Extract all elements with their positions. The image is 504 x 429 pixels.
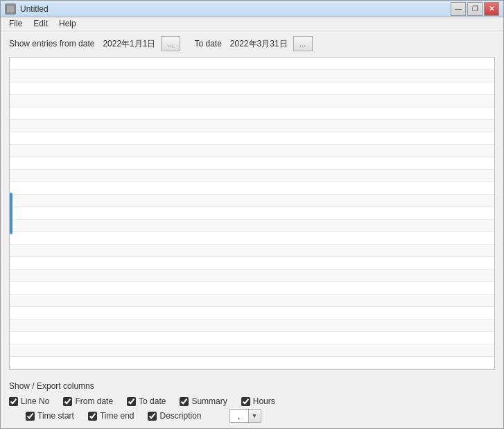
browse-to-date-button[interactable]: ... — [293, 36, 313, 51]
checkbox-hours-input[interactable] — [241, 397, 250, 406]
checkbox-line-no-label: Line No — [21, 396, 49, 406]
table-row — [10, 270, 494, 282]
checkbox-summary[interactable]: Summary — [180, 396, 227, 406]
checkbox-time-end-input[interactable] — [88, 412, 97, 421]
table-row — [10, 157, 494, 170]
separator-input[interactable] — [229, 409, 249, 423]
checkbox-to-date-input[interactable] — [127, 397, 136, 406]
table-row — [10, 195, 494, 207]
main-content-area — [1, 57, 503, 376]
from-date-value: 2022年1月1日 — [103, 38, 155, 50]
table-row — [10, 82, 494, 95]
checkbox-description-label: Description — [159, 411, 201, 421]
table-row — [10, 145, 494, 157]
separator-arrow-icon[interactable]: ▼ — [249, 409, 261, 423]
table-row — [10, 257, 494, 270]
table-row — [10, 245, 494, 257]
table-row — [10, 107, 494, 120]
export-section: Show / Export columns Line No From date … — [1, 376, 503, 428]
separator-dropdown: ▼ — [229, 409, 261, 423]
export-section-label: Show / Export columns — [9, 381, 495, 391]
checkbox-to-date-label: To date — [139, 396, 166, 406]
minimize-button[interactable]: — — [451, 2, 466, 16]
title-bar: Untitled — ❐ ✕ — [1, 1, 503, 17]
grid-lines — [10, 58, 494, 369]
checkbox-from-date[interactable]: From date — [63, 396, 113, 406]
from-date-label: Show entries from date — [9, 39, 94, 49]
menu-help[interactable]: Help — [53, 17, 82, 30]
table-row — [10, 344, 494, 357]
window-controls: — ❐ ✕ — [451, 2, 499, 16]
table-row — [10, 132, 494, 145]
table-row — [10, 95, 494, 107]
checkbox-summary-label: Summary — [191, 396, 227, 406]
table-row — [10, 170, 494, 182]
table-row — [10, 182, 494, 195]
checkbox-summary-input[interactable] — [180, 397, 189, 406]
columns-row-1: Line No From date To date Summary Hours — [9, 396, 495, 406]
checkbox-description-input[interactable] — [148, 412, 157, 421]
checkbox-hours[interactable]: Hours — [241, 396, 275, 406]
window-title: Untitled — [20, 4, 451, 14]
table-row — [10, 220, 494, 232]
table-row — [10, 307, 494, 319]
table-row — [10, 319, 494, 332]
close-button[interactable]: ✕ — [484, 2, 499, 16]
checkbox-time-start-input[interactable] — [26, 412, 35, 421]
to-date-value: 2022年3月31日 — [230, 38, 288, 50]
to-date-label: To date — [194, 39, 221, 49]
checkbox-time-start[interactable]: Time start — [26, 411, 74, 421]
main-window: Untitled — ❐ ✕ File Edit Help Show entri… — [0, 0, 504, 429]
table-row — [10, 207, 494, 220]
checkbox-time-end-label: Time end — [100, 411, 134, 421]
checkbox-description[interactable]: Description — [148, 411, 201, 421]
checkbox-line-no[interactable]: Line No — [9, 396, 49, 406]
table-row — [10, 58, 494, 70]
data-grid[interactable] — [9, 57, 495, 370]
checkbox-from-date-input[interactable] — [63, 397, 72, 406]
columns-row-2: Time start Time end Description ▼ — [9, 409, 495, 423]
table-row — [10, 295, 494, 307]
table-row — [10, 332, 494, 344]
scrollbar-indicator — [10, 193, 12, 234]
checkbox-from-date-label: From date — [75, 396, 113, 406]
table-row — [10, 232, 494, 245]
menu-bar: File Edit Help — [1, 17, 503, 30]
checkbox-hours-label: Hours — [253, 396, 275, 406]
browse-from-date-button[interactable]: ... — [161, 36, 180, 51]
menu-edit[interactable]: Edit — [28, 17, 53, 30]
checkbox-to-date[interactable]: To date — [127, 396, 166, 406]
checkbox-time-start-label: Time start — [37, 411, 74, 421]
checkbox-time-end[interactable]: Time end — [88, 411, 134, 421]
menu-file[interactable]: File — [3, 17, 28, 30]
table-row — [10, 70, 494, 82]
table-row — [10, 120, 494, 132]
app-icon — [5, 3, 16, 15]
table-row — [10, 357, 494, 369]
restore-button[interactable]: ❐ — [467, 2, 483, 16]
date-filter-bar: Show entries from date 2022年1月1日 ... To … — [1, 30, 503, 57]
table-row — [10, 282, 494, 295]
checkbox-line-no-input[interactable] — [9, 397, 18, 406]
svg-rect-0 — [7, 6, 14, 12]
